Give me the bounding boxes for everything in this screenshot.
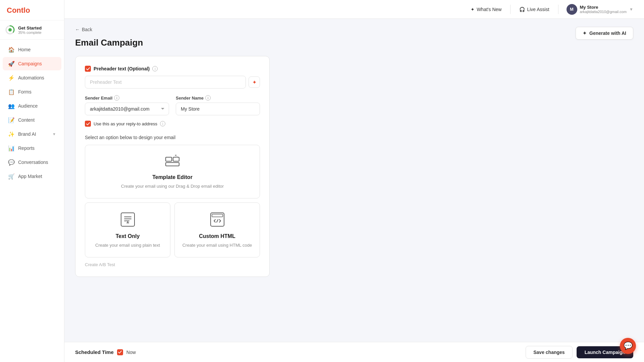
sender-email-select[interactable]: arkajitdatta2010@gmail.com xyxy=(85,103,169,115)
email-form-card: Preheader text (Optional) i ✦ Sender Ema… xyxy=(75,56,270,277)
conversations-icon: 💬 xyxy=(8,159,15,166)
drag-drop-icon xyxy=(164,155,180,171)
ab-test-link[interactable]: Create A/B Test xyxy=(85,262,260,267)
sidebar-label-campaigns: Campaigns xyxy=(18,61,56,66)
sidebar-label-content: Content xyxy=(18,117,56,123)
automations-icon: ⚡ xyxy=(8,74,15,81)
app-market-icon: 🛒 xyxy=(8,173,15,180)
template-editor-desc: Create your email using our Drag & Drop … xyxy=(121,184,224,189)
wand-icon: ✦ xyxy=(583,31,587,36)
sidebar-item-campaigns[interactable]: 🚀 Campaigns xyxy=(3,57,61,70)
footer: Scheduled Time Now Save changes Launch C… xyxy=(64,342,644,362)
preheader-info-icon[interactable]: i xyxy=(152,66,158,71)
campaigns-icon: 🚀 xyxy=(8,60,15,67)
svg-rect-8 xyxy=(212,214,223,217)
forms-icon: 📋 xyxy=(8,88,15,95)
sidebar-item-home[interactable]: 🏠 Home xyxy=(3,43,61,56)
brand-ai-icon: ✨ xyxy=(8,131,15,137)
design-options-row: Text Only Create your email using plain … xyxy=(85,202,260,257)
sender-name-input[interactable] xyxy=(176,103,260,115)
sidebar-label-automations: Automations xyxy=(18,75,56,80)
user-email: arkajitdatta2010@gmail.com xyxy=(580,10,627,14)
sidebar-item-audience[interactable]: 👥 Audience xyxy=(3,99,61,113)
design-option-text-only[interactable]: Text Only Create your email using plain … xyxy=(85,202,170,257)
get-started-label: Get Started xyxy=(18,25,42,31)
design-options: Template Editor Create your email using … xyxy=(85,145,260,257)
user-name: My Store xyxy=(580,5,627,10)
text-only-desc: Create your email using plain text xyxy=(95,243,160,248)
custom-html-desc: Create your email using HTML code xyxy=(182,243,252,248)
back-arrow-icon: ← xyxy=(75,27,80,32)
sidebar-item-app-market[interactable]: 🛒 App Market xyxy=(3,170,61,183)
sidebar-label-home: Home xyxy=(18,47,56,52)
preheader-label: Preheader text (Optional) xyxy=(94,66,150,71)
back-label: Back xyxy=(82,27,92,32)
check-icon-now xyxy=(118,351,122,354)
custom-html-icon xyxy=(210,212,225,230)
live-assist-button[interactable]: 🎧 Live Assist xyxy=(516,5,552,14)
text-only-icon xyxy=(120,212,135,230)
reply-to-info-icon[interactable]: i xyxy=(160,121,165,126)
design-option-template-editor[interactable]: Template Editor Create your email using … xyxy=(85,145,260,198)
sidebar-label-reports: Reports xyxy=(18,145,56,151)
wand-icon: ✦ xyxy=(252,79,257,85)
scheduled-label: Scheduled Time xyxy=(75,349,114,355)
sidebar-item-content[interactable]: 📝 Content xyxy=(3,113,61,127)
sidebar-label-audience: Audience xyxy=(18,103,56,109)
svg-rect-7 xyxy=(211,213,224,226)
preheader-ai-wand-button[interactable]: ✦ xyxy=(249,76,260,88)
sidebar-label-forms: Forms xyxy=(18,89,56,95)
brand-logo[interactable]: Contlo xyxy=(0,0,64,20)
reply-to-checkbox[interactable] xyxy=(85,121,91,127)
avatar: M xyxy=(567,4,577,15)
reply-to-label: Use this as your reply-to address xyxy=(94,121,157,126)
text-only-title: Text Only xyxy=(116,233,140,239)
sidebar-item-reports[interactable]: 📊 Reports xyxy=(3,141,61,155)
chat-bubble-button[interactable]: 💬 xyxy=(620,338,636,354)
svg-rect-5 xyxy=(166,163,179,166)
header-divider-2 xyxy=(558,5,558,14)
sender-email-info-icon[interactable]: i xyxy=(114,95,119,101)
get-started-text: Get Started 35% complete xyxy=(18,25,42,35)
chevron-down-icon: ▼ xyxy=(629,7,633,12)
design-section-label: Select an option below to design your em… xyxy=(85,135,260,140)
preheader-checkbox[interactable] xyxy=(85,66,91,72)
chevron-down-icon: ▼ xyxy=(52,132,56,136)
sender-email-field: Sender Email i arkajitdatta2010@gmail.co… xyxy=(85,95,169,115)
sidebar-label-conversations: Conversations xyxy=(18,160,56,165)
user-menu[interactable]: M My Store arkajitdatta2010@gmail.com ▼ xyxy=(564,3,636,16)
now-checkbox[interactable] xyxy=(117,349,123,355)
whats-new-label: What's New xyxy=(477,7,501,12)
sidebar-item-brand-ai[interactable]: ✨ Brand AI ▼ xyxy=(3,127,61,141)
custom-html-title: Custom HTML xyxy=(199,233,235,239)
check-icon-2 xyxy=(86,122,90,126)
sidebar-item-forms[interactable]: 📋 Forms xyxy=(3,85,61,99)
live-assist-label: Live Assist xyxy=(527,7,549,12)
preheader-checkbox-row: Preheader text (Optional) i xyxy=(85,66,260,72)
sidebar-nav: 🏠 Home 🚀 Campaigns ⚡ Automations 📋 Forms… xyxy=(0,40,64,362)
scheduled-row: Scheduled Time Now xyxy=(75,349,136,355)
design-option-custom-html[interactable]: Custom HTML Create your email using HTML… xyxy=(174,202,260,257)
audience-icon: 👥 xyxy=(8,103,15,109)
footer-actions: Save changes Launch Campaign xyxy=(526,346,633,359)
sidebar-item-conversations[interactable]: 💬 Conversations xyxy=(3,156,61,169)
check-icon xyxy=(86,67,90,71)
generate-ai-label: Generate with AI xyxy=(589,31,626,36)
headset-icon: 🎧 xyxy=(519,7,525,12)
svg-rect-6 xyxy=(121,213,135,226)
svg-rect-4 xyxy=(173,157,179,161)
generate-ai-button[interactable]: ✦ Generate with AI xyxy=(576,27,633,40)
progress-circle-icon xyxy=(5,25,15,35)
back-link[interactable]: ← Back xyxy=(75,27,633,32)
save-changes-button[interactable]: Save changes xyxy=(526,346,572,359)
sender-name-info-icon[interactable]: i xyxy=(205,95,211,101)
whats-new-button[interactable]: ✦ What's New xyxy=(467,5,505,14)
home-icon: 🏠 xyxy=(8,46,15,53)
svg-rect-3 xyxy=(166,157,172,161)
get-started-section[interactable]: Get Started 35% complete xyxy=(0,20,64,40)
header: ✦ What's New 🎧 Live Assist M My Store ar… xyxy=(64,0,644,19)
sidebar-item-automations[interactable]: ⚡ Automations xyxy=(3,71,61,84)
preheader-input[interactable] xyxy=(85,76,246,88)
sender-email-label: Sender Email i xyxy=(85,95,169,101)
now-label: Now xyxy=(126,350,136,355)
